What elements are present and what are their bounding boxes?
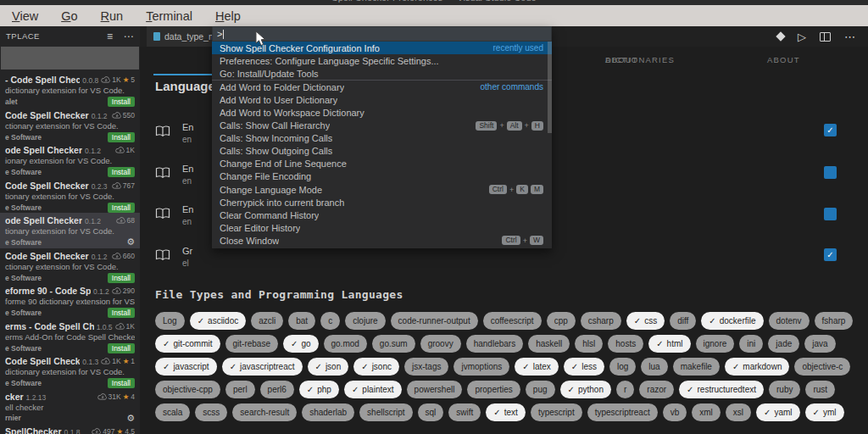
extension-list-item[interactable]: erms - Code Spell Checker 1.0.5 1K erms … bbox=[0, 319, 140, 354]
filetype-chip-r[interactable]: r bbox=[616, 381, 634, 398]
filetype-chip-jsx-tags[interactable]: jsx-tags bbox=[404, 358, 448, 376]
filetype-chip-javascriptreact[interactable]: ✓javascriptreact bbox=[222, 358, 303, 376]
menu-view[interactable]: View bbox=[12, 9, 38, 23]
filetype-chip-log[interactable]: log bbox=[609, 358, 636, 376]
palette-scrollbar[interactable] bbox=[548, 42, 552, 133]
filetype-chip-xml[interactable]: xml bbox=[692, 403, 721, 421]
extension-list-item[interactable]: ode Spell Checker 0.1.2 68 tionary exten… bbox=[0, 213, 140, 248]
menu-go[interactable]: Go bbox=[61, 9, 77, 23]
filetype-chip-git-rebase[interactable]: git-rebase bbox=[225, 335, 278, 353]
filetype-chip-groovy[interactable]: groovy bbox=[420, 335, 461, 353]
language-checkbox[interactable]: ✓ bbox=[824, 124, 837, 136]
filetype-chip-powershell[interactable]: powershell bbox=[407, 381, 463, 398]
palette-item[interactable]: Cherrypick into current branch bbox=[212, 196, 552, 209]
filetype-chip-ini[interactable]: ini bbox=[739, 335, 763, 353]
filetype-chip-shaderlab[interactable]: shaderlab bbox=[302, 403, 354, 421]
install-button[interactable]: Install bbox=[108, 203, 135, 213]
palette-item[interactable]: Calls: Show Incoming Calls bbox=[212, 132, 552, 145]
tab-dictionaries[interactable]: DICTIONARIES bbox=[605, 55, 675, 64]
filetype-chip-css[interactable]: ✓css bbox=[626, 312, 665, 330]
filetype-chip-jsonc[interactable]: ✓jsonc bbox=[353, 358, 399, 376]
filetype-chip-hlsl[interactable]: hlsl bbox=[575, 335, 603, 353]
filetype-chip-makefile[interactable]: makefile bbox=[673, 358, 720, 376]
palette-item[interactable]: Calls: Show Call HierarchyShift+Alt+H bbox=[212, 120, 552, 132]
filetype-chip-Log[interactable]: Log bbox=[155, 312, 185, 330]
language-checkbox[interactable] bbox=[824, 208, 837, 220]
filetype-chip-properties[interactable]: properties bbox=[467, 381, 520, 398]
filetype-chip-plaintext[interactable]: ✓plaintext bbox=[344, 381, 402, 398]
filetype-chip-go.sum[interactable]: go.sum bbox=[372, 335, 415, 353]
filetype-chip-yml[interactable]: ✓yml bbox=[805, 403, 844, 421]
palette-item[interactable]: Clear Editor History bbox=[212, 221, 552, 234]
filetype-chip-asciidoc[interactable]: ✓asciidoc bbox=[190, 312, 247, 330]
filetype-chip-ignore[interactable]: ignore bbox=[696, 335, 735, 353]
filetype-chip-html[interactable]: ✓html bbox=[648, 335, 690, 353]
filetype-chip-search-result[interactable]: search-result bbox=[232, 403, 297, 421]
filetype-chip-objective-cpp[interactable]: objective-cpp bbox=[155, 381, 220, 398]
filetype-chip-restructuredtext[interactable]: ✓restructuredtext bbox=[679, 381, 764, 398]
install-button[interactable]: Install bbox=[108, 167, 135, 177]
filetype-chip-javascript[interactable]: ✓javascript bbox=[155, 358, 217, 376]
palette-item[interactable]: Change Language ModeCtrl+KM bbox=[212, 183, 552, 196]
palette-item[interactable]: Close WindowCtrl+W bbox=[212, 234, 552, 247]
tab-about[interactable]: ABOUT bbox=[767, 55, 800, 64]
filetype-chip-clojure[interactable]: clojure bbox=[345, 312, 385, 330]
palette-item[interactable]: Change End of Line Sequence bbox=[212, 158, 552, 170]
filetype-chip-python[interactable]: ✓python bbox=[560, 381, 611, 398]
filetype-chip-razor[interactable]: razor bbox=[639, 381, 674, 398]
filetype-chip-xsl[interactable]: xsl bbox=[726, 403, 751, 421]
filetype-chip-rust[interactable]: rust bbox=[805, 381, 835, 398]
palette-item[interactable]: Go: Install/Update Tools bbox=[212, 67, 552, 80]
palette-item[interactable]: Add Word to User Dictionary bbox=[212, 93, 552, 106]
filetype-chip-dotenv[interactable]: dotenv bbox=[769, 312, 810, 330]
filetype-chip-swift[interactable]: swift bbox=[448, 403, 481, 421]
filetype-chip-objective-c[interactable]: objective-c bbox=[794, 358, 850, 376]
filetype-chip-bat[interactable]: bat bbox=[288, 312, 315, 330]
palette-item[interactable]: Calls: Show Outgoing Calls bbox=[212, 145, 552, 158]
manage-gear-icon[interactable]: ⚙ bbox=[126, 237, 135, 247]
filetype-chip-coffeescript[interactable]: coffeescript bbox=[483, 312, 542, 330]
filetype-chip-pug[interactable]: pug bbox=[526, 381, 555, 398]
install-button[interactable]: Install bbox=[108, 308, 135, 318]
run-icon[interactable]: ▷ bbox=[798, 31, 806, 42]
filter-icon[interactable]: ≡ bbox=[107, 31, 114, 42]
palette-item[interactable]: Add Word to Folder Dictionaryother comma… bbox=[212, 80, 552, 93]
manage-gear-icon[interactable]: ⚙ bbox=[126, 414, 135, 423]
filetype-chip-handlebars[interactable]: handlebars bbox=[466, 335, 523, 353]
install-button[interactable]: Install bbox=[108, 132, 135, 142]
filetype-chip-yaml[interactable]: ✓yaml bbox=[756, 403, 800, 421]
palette-item[interactable]: Add Word to Workspace Dictionary bbox=[212, 106, 552, 119]
filetype-chip-lua[interactable]: lua bbox=[641, 358, 667, 376]
palette-item[interactable]: Change File Encoding bbox=[212, 170, 552, 183]
extension-list-item[interactable]: Code Spell Checker 0.1.3 1K★1 dictionary… bbox=[0, 353, 140, 389]
extension-list-item[interactable]: Code Spell Checker 0.1.2 550 ctionary ex… bbox=[0, 108, 140, 143]
extension-list-item[interactable]: Code Spell Checker 0.1.2 660 ctionary ex… bbox=[0, 248, 140, 284]
filetype-chip-less[interactable]: ✓less bbox=[564, 358, 604, 376]
filetype-chip-c[interactable]: c bbox=[320, 312, 340, 330]
filetype-chip-scala[interactable]: scala bbox=[155, 403, 190, 421]
command-palette-input[interactable]: > bbox=[212, 26, 552, 42]
extension-list-item[interactable]: SpellChecker 0.1.8 497★4.5 bbox=[0, 424, 140, 434]
extension-list-item[interactable]: - Code Spell Checker 0.0.8 1K★5 dictiona… bbox=[0, 72, 140, 108]
filetype-chip-diff[interactable]: diff bbox=[670, 312, 696, 330]
extension-list-item[interactable]: ode Spell Checker 0.1.2 1K ionary extens… bbox=[0, 142, 140, 178]
menu-terminal[interactable]: Terminal bbox=[146, 9, 192, 23]
filetype-chip-jade[interactable]: jade bbox=[768, 335, 799, 353]
filetype-chip-hosts[interactable]: hosts bbox=[608, 335, 643, 353]
filetype-chip-typescript[interactable]: typescript bbox=[531, 403, 582, 421]
split-editor-icon[interactable] bbox=[820, 32, 831, 42]
filetype-chip-latex[interactable]: ✓latex bbox=[515, 358, 559, 376]
install-button[interactable]: Install bbox=[108, 273, 135, 283]
filetype-chip-azcli[interactable]: azcli bbox=[251, 312, 283, 330]
install-button[interactable]: Install bbox=[108, 378, 135, 388]
filetype-chip-go[interactable]: ✓go bbox=[283, 335, 319, 353]
filetype-chip-git-commit[interactable]: ✓git-commit bbox=[155, 335, 220, 353]
filetype-chip-scss[interactable]: scss bbox=[195, 403, 227, 421]
spell-checker-icon[interactable] bbox=[776, 31, 785, 41]
filetype-chip-java[interactable]: java bbox=[804, 335, 835, 353]
filetype-chip-code-runner-output[interactable]: code-runner-output bbox=[391, 312, 478, 330]
filetype-chip-json[interactable]: ✓json bbox=[308, 358, 349, 376]
filetype-chip-jvmoptions[interactable]: jvmoptions bbox=[453, 358, 509, 376]
filetype-chip-go.mod[interactable]: go.mod bbox=[324, 335, 367, 353]
extension-list-item[interactable]: Code Spell Checker 0.2.3 767 tionary ext… bbox=[0, 178, 140, 214]
